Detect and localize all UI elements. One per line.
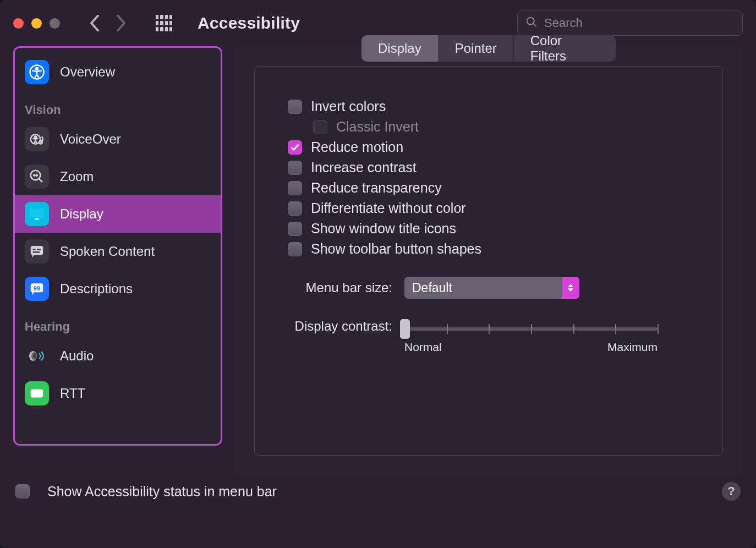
checkbox-icon — [288, 140, 302, 155]
svg-rect-9 — [31, 246, 43, 255]
sidebar: Overview Vision VoiceOver Zoom Display — [13, 46, 222, 446]
slider-labels: Normal Maximum — [404, 341, 658, 354]
popup-value: Default — [412, 281, 452, 295]
audio-icon — [25, 344, 49, 368]
sidebar-item-label: Display — [60, 206, 103, 222]
zoom-icon — [25, 165, 49, 189]
checkbox-increase-contrast[interactable]: Increase contrast — [288, 160, 722, 176]
checkbox-reduce-motion[interactable]: Reduce motion — [288, 139, 722, 155]
search-field[interactable] — [517, 10, 743, 36]
svg-rect-7 — [30, 209, 44, 217]
sidebar-item-display[interactable]: Display — [15, 195, 221, 233]
display-contrast-label: Display contrast: — [288, 319, 392, 334]
search-input[interactable] — [543, 15, 735, 31]
slider-max-label: Maximum — [607, 341, 658, 354]
sidebar-item-label: VoiceOver — [60, 131, 121, 147]
tab-color-filters[interactable]: Color Filters — [514, 35, 616, 62]
tab-pointer[interactable]: Pointer — [439, 35, 514, 62]
slider-thumb[interactable] — [400, 319, 410, 339]
sidebar-item-label: Descriptions — [60, 281, 133, 297]
accessibility-icon — [25, 60, 49, 84]
checkbox-icon — [288, 242, 302, 256]
sidebar-item-spoken-content[interactable]: Spoken Content — [15, 233, 221, 270]
sidebar-item-label: RTT — [60, 386, 85, 401]
sidebar-item-label: Zoom — [60, 169, 94, 184]
display-contrast-row: Display contrast: Normal Maxim — [288, 319, 722, 354]
svg-point-1 — [36, 68, 38, 70]
checkbox-label: Show toolbar button shapes — [311, 241, 481, 257]
close-window-button[interactable] — [13, 18, 24, 29]
zoom-window-button[interactable] — [50, 18, 60, 29]
svg-point-17 — [33, 354, 36, 359]
sidebar-item-label: Spoken Content — [60, 244, 155, 259]
content: Overview Vision VoiceOver Zoom Display — [0, 46, 756, 475]
checkbox-label: Differentiate without color — [311, 200, 466, 216]
show-all-icon[interactable] — [156, 15, 172, 31]
checkbox-label: Show window title icons — [311, 221, 456, 237]
tab-display[interactable]: Display — [361, 35, 439, 62]
svg-rect-18 — [31, 390, 43, 398]
main-panel: Display Pointer Color Filters Invert col… — [234, 46, 743, 475]
checkbox-label: Invert colors — [311, 98, 386, 114]
minimize-window-button[interactable] — [31, 18, 42, 29]
checkbox-icon — [15, 484, 30, 498]
menu-bar-size-popup[interactable]: Default — [404, 277, 579, 299]
slider-min-label: Normal — [404, 341, 442, 354]
svg-text:99: 99 — [34, 285, 41, 292]
sidebar-section-vision: Vision — [15, 91, 221, 120]
sidebar-item-zoom[interactable]: Zoom — [15, 158, 221, 195]
sidebar-item-overview[interactable]: Overview — [15, 53, 221, 91]
sidebar-section-hearing: Hearing — [15, 308, 221, 337]
tab-bar: Display Pointer Color Filters — [361, 35, 616, 62]
checkbox-label: Show Accessibility status in menu bar — [47, 484, 277, 500]
checkbox-show-toolbar-button-shapes[interactable]: Show toolbar button shapes — [288, 241, 722, 257]
svg-point-3 — [35, 136, 37, 139]
sidebar-item-audio[interactable]: Audio — [15, 337, 221, 375]
sidebar-item-voiceover[interactable]: VoiceOver — [15, 120, 221, 158]
checkbox-icon — [313, 120, 327, 134]
menu-bar-size-row: Menu bar size: Default — [288, 277, 722, 299]
panel-inner: Invert colors Classic Invert Reduce moti… — [254, 66, 723, 456]
checkbox-icon — [288, 161, 302, 175]
svg-rect-11 — [37, 249, 41, 250]
search-icon — [525, 16, 543, 30]
checkbox-label: Increase contrast — [311, 160, 417, 176]
checkbox-icon — [288, 181, 302, 195]
display-icon — [25, 202, 49, 226]
svg-rect-12 — [33, 251, 40, 253]
sidebar-item-descriptions[interactable]: 99 Descriptions — [15, 270, 221, 308]
menu-bar-size-label: Menu bar size: — [288, 280, 392, 295]
svg-rect-10 — [33, 249, 36, 250]
checkbox-icon — [288, 201, 302, 216]
back-button[interactable] — [86, 15, 103, 31]
spoken-content-icon — [25, 239, 49, 264]
forward-button[interactable] — [113, 15, 129, 31]
slider-track — [404, 327, 658, 331]
svg-rect-8 — [35, 218, 39, 220]
checkbox-invert-colors[interactable]: Invert colors — [288, 98, 722, 114]
sidebar-item-label: Overview — [60, 64, 115, 80]
display-contrast-slider[interactable]: Normal Maximum — [404, 319, 658, 354]
checkbox-reduce-transparency[interactable]: Reduce transparency — [288, 180, 722, 196]
checkbox-label: Classic Invert — [336, 119, 419, 135]
checkbox-differentiate-without-color[interactable]: Differentiate without color — [288, 200, 722, 216]
rtt-icon — [25, 381, 49, 405]
sidebar-item-label: Audio — [60, 348, 94, 364]
window-controls — [13, 18, 60, 29]
footer: Show Accessibility status in menu bar ? — [0, 475, 756, 507]
checkbox-show-accessibility-status[interactable]: Show Accessibility status in menu bar — [15, 484, 277, 500]
checkbox-icon — [288, 100, 302, 114]
checkbox-label: Reduce transparency — [311, 180, 442, 196]
descriptions-icon: 99 — [25, 277, 49, 301]
popup-caret-icon — [562, 277, 579, 299]
checkbox-icon — [288, 222, 302, 236]
checkbox-show-window-title-icons[interactable]: Show window title icons — [288, 221, 722, 237]
checkbox-classic-invert: Classic Invert — [313, 119, 722, 135]
voiceover-icon — [25, 127, 49, 151]
checkbox-label: Reduce motion — [311, 139, 403, 155]
window-title: Accessibility — [198, 14, 300, 32]
sidebar-item-rtt[interactable]: RTT — [15, 375, 221, 412]
checkbox-group: Invert colors Classic Invert Reduce moti… — [288, 98, 722, 257]
help-button[interactable]: ? — [722, 482, 741, 501]
